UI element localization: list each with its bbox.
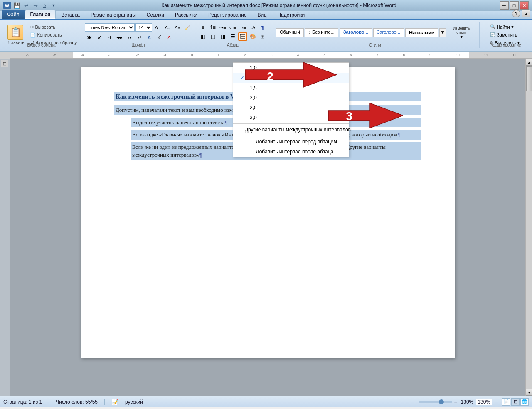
language-text: русский bbox=[125, 399, 143, 405]
scroll-down-button[interactable]: ▼ bbox=[526, 389, 532, 396]
status-divider-1 bbox=[49, 399, 49, 405]
multilevel-button[interactable]: ⇢≡ bbox=[218, 23, 227, 32]
shading-button[interactable]: 🎨 bbox=[248, 32, 257, 41]
tab-references[interactable]: Ссылки bbox=[141, 10, 170, 19]
close-button[interactable]: ✕ bbox=[520, 1, 529, 10]
tab-mailings[interactable]: Рассылки bbox=[170, 10, 203, 19]
bold-button[interactable]: Ж bbox=[85, 33, 94, 42]
minimize-button[interactable]: ─ bbox=[500, 1, 509, 10]
line-spacing-dropdown: 1,0 ✓ 1,15 1,5 2,0 2,5 3,0 bbox=[233, 62, 349, 157]
other-spacing-option[interactable]: Другие варианты междустрочных интервалов… bbox=[233, 125, 349, 135]
align-center-button[interactable]: ◫ bbox=[208, 32, 217, 41]
qat-save[interactable]: 💾 bbox=[12, 1, 22, 10]
qat-undo[interactable]: ↩ bbox=[22, 1, 31, 10]
spacing-1-5[interactable]: 1,5 bbox=[233, 83, 349, 93]
spacing-1-15[interactable]: ✓ 1,15 bbox=[233, 73, 349, 83]
qat-redo[interactable]: ↪ bbox=[31, 1, 40, 10]
scroll-track[interactable] bbox=[526, 66, 532, 389]
font-name-select[interactable]: Times New Roman bbox=[85, 23, 135, 32]
change-case-button[interactable]: Aa bbox=[173, 23, 182, 32]
ruler-corner[interactable] bbox=[0, 52, 10, 59]
clear-format-button[interactable]: 🧹 bbox=[183, 23, 192, 32]
spacing-2-0[interactable]: 2,0 bbox=[233, 93, 349, 103]
align-left-button[interactable]: ◧ bbox=[198, 32, 207, 41]
zoom-in-button[interactable]: + bbox=[454, 399, 457, 405]
style-normal[interactable]: Обычный bbox=[276, 28, 304, 37]
language-status[interactable]: русский bbox=[125, 399, 143, 405]
layout-web-button[interactable]: 🌐 bbox=[520, 398, 529, 406]
superscript-button[interactable]: x² bbox=[135, 33, 144, 42]
font-color-button[interactable]: A bbox=[165, 33, 174, 42]
style-no-spacing[interactable]: ↕ Без инте... bbox=[305, 28, 338, 37]
style-title[interactable]: Название bbox=[405, 28, 438, 37]
spacing-1-0[interactable]: 1,0 bbox=[233, 63, 349, 73]
cut-button[interactable]: ✂Вырезать bbox=[28, 23, 79, 31]
ribbon: 📋 Вставить ✂Вырезать 📄Копировать 🖌Формат… bbox=[0, 20, 532, 52]
subscript-button[interactable]: x₂ bbox=[125, 33, 134, 42]
tab-file[interactable]: Файл bbox=[2, 10, 25, 19]
ribbon-tabs: Файл Главная Вставка Разметка страницы С… bbox=[0, 11, 532, 20]
tab-insert[interactable]: Вставка bbox=[56, 10, 85, 19]
sort-button[interactable]: ↕A bbox=[248, 23, 257, 32]
document-scroll[interactable]: 1,0 ✓ 1,15 1,5 2,0 2,5 3,0 bbox=[10, 59, 525, 396]
align-right-button[interactable]: ◨ bbox=[218, 32, 227, 41]
zoom-slider[interactable] bbox=[419, 401, 452, 403]
decrease-indent-button[interactable]: ⇐≡ bbox=[228, 23, 237, 32]
tab-view[interactable]: Вид bbox=[252, 10, 272, 19]
scroll-up-button[interactable]: ▲ bbox=[526, 59, 532, 66]
strikethrough-button[interactable]: зч bbox=[115, 33, 124, 42]
scroll-thumb[interactable] bbox=[526, 66, 532, 91]
zoom-thumb[interactable] bbox=[439, 399, 444, 404]
word-count-status: Число слов: 55/55 bbox=[56, 399, 98, 405]
ribbon-minimize-button[interactable]: ▲ bbox=[522, 10, 530, 17]
help-button[interactable]: ? bbox=[512, 10, 520, 17]
text-effects-button[interactable]: A bbox=[145, 33, 154, 42]
paragraph-group: ≡ 1≡ ⇢≡ ⇐≡ ⇒≡ ↕A ¶ ◧ ◫ ◨ ☰ bbox=[196, 22, 270, 48]
zoom-out-button[interactable]: − bbox=[414, 399, 417, 405]
text-highlight-button[interactable]: 🖊 bbox=[155, 33, 164, 42]
status-bar: Страница: 1 из 1 Число слов: 55/55 📝 рус… bbox=[0, 396, 532, 407]
font-shrink-button[interactable]: A↓ bbox=[163, 23, 172, 32]
status-divider-2 bbox=[104, 399, 105, 405]
spacing-2-5[interactable]: 2,5 bbox=[233, 103, 349, 113]
font-grow-button[interactable]: A↑ bbox=[153, 23, 162, 32]
document-area: ◫ 1,0 ✓ 1,15 1,5 2,0 2,5 bbox=[0, 59, 532, 396]
qat-extra[interactable]: ▼ bbox=[49, 1, 58, 10]
qat-print[interactable]: 🖨 bbox=[40, 1, 49, 10]
font-group: Times New Roman 14 A↑ A↓ Aa 🧹 Ж К Ч зч x… bbox=[82, 22, 195, 48]
page-status: Страница: 1 из 1 bbox=[3, 399, 42, 405]
underline-button[interactable]: Ч bbox=[105, 33, 114, 42]
tab-layout[interactable]: Разметка страницы bbox=[85, 10, 141, 19]
title-bar-text: Как изменить межстрочный интервал.docx [… bbox=[58, 2, 500, 8]
spacing-3-0[interactable]: 3,0 bbox=[233, 113, 349, 123]
copy-button[interactable]: 📄Копировать bbox=[28, 31, 79, 39]
tab-home[interactable]: Главная bbox=[25, 10, 56, 19]
spell-check-icon[interactable]: 📝 bbox=[111, 399, 118, 405]
tab-review[interactable]: Рецензирование bbox=[203, 10, 252, 19]
show-formatting-button[interactable]: ¶ bbox=[258, 23, 267, 32]
layout-fullscreen-button[interactable]: ⊡ bbox=[511, 398, 520, 406]
find-button[interactable]: 🔍Найти▼ bbox=[488, 23, 516, 30]
tab-addins[interactable]: Надстройки bbox=[272, 10, 310, 19]
add-space-after[interactable]: ≡ Добавить интервал после абзаца bbox=[233, 147, 349, 157]
replace-button[interactable]: 🔄Заменить bbox=[488, 31, 519, 38]
clipboard-group: 📋 Вставить ✂Вырезать 📄Копировать 🖌Формат… bbox=[2, 22, 81, 48]
restore-button[interactable]: □ bbox=[510, 1, 519, 10]
line-spacing-button[interactable] bbox=[238, 32, 247, 41]
vertical-scrollbar[interactable]: ▲ ▼ bbox=[525, 59, 532, 396]
borders-button[interactable]: ⊞ bbox=[258, 32, 267, 41]
numbering-button[interactable]: 1≡ bbox=[208, 23, 217, 32]
style-heading2[interactable]: Заголово... bbox=[373, 28, 404, 37]
layout-print-button[interactable]: 📄 bbox=[502, 398, 510, 406]
zoom-level-button[interactable]: 130% bbox=[476, 399, 492, 405]
add-space-before[interactable]: ≡ Добавить интервал перед абзацем bbox=[233, 137, 349, 147]
style-heading1[interactable]: Заголово... bbox=[340, 28, 372, 37]
change-styles-button[interactable]: Изменить стили ▼ bbox=[448, 25, 474, 40]
increase-indent-button[interactable]: ⇒≡ bbox=[238, 23, 247, 32]
style-gallery-scroll-down[interactable]: ▼ bbox=[439, 28, 446, 37]
ruler: -6-5-4-3-2-10123456789101112 bbox=[0, 52, 532, 59]
italic-button[interactable]: К bbox=[95, 33, 104, 42]
justify-button[interactable]: ☰ bbox=[228, 32, 237, 41]
bullets-button[interactable]: ≡ bbox=[198, 23, 207, 32]
font-size-select[interactable]: 14 bbox=[135, 23, 152, 32]
